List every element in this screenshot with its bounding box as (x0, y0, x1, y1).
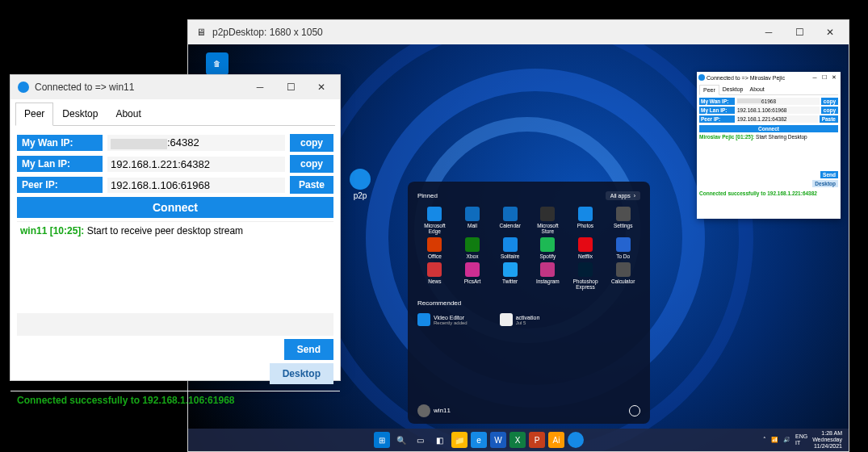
start-menu: Pinned All apps › Microsoft EdgeMailCale… (408, 182, 650, 424)
message-input[interactable] (17, 313, 333, 336)
pinned-app[interactable]: Photoshop Express (568, 262, 603, 290)
desktop-button[interactable]: Desktop (270, 363, 333, 384)
tab-desktop[interactable]: Desktop (53, 103, 107, 125)
log-area: Miroslav Pejic [01:25]: Start Sharing De… (699, 134, 838, 170)
copy-button[interactable]: copy (821, 107, 838, 114)
maximize-button[interactable]: ☐ (820, 74, 829, 81)
minimize-button[interactable]: ─ (245, 76, 275, 98)
clock[interactable]: 1:28 AMWednesday11/24/2021 (812, 430, 842, 449)
wifi-icon[interactable]: 📶 (771, 437, 778, 443)
search-icon[interactable]: 🔍 (393, 432, 409, 448)
tray-chevron-icon[interactable]: ˄ (763, 437, 766, 443)
avatar-icon (417, 404, 430, 417)
recommended-item[interactable]: Video EditorRecently added (417, 313, 468, 326)
pinned-app[interactable]: Settings (606, 207, 640, 234)
explorer-icon[interactable]: 📁 (451, 432, 468, 448)
log-area: win11 [10:25]: Start to receive peer des… (17, 221, 333, 310)
p2p-title: Connected to => win11 (35, 82, 245, 93)
pinned-app[interactable]: Instagram (530, 262, 565, 290)
start-button[interactable]: ⊞ (374, 432, 390, 448)
close-button[interactable]: ✕ (306, 76, 337, 98)
tab-peer[interactable]: Peer (15, 103, 53, 126)
wan-ip-label: My Wan IP: (17, 135, 103, 151)
wan-ip-value[interactable]: :64382 (107, 135, 285, 150)
pinned-app[interactable]: Microsoft Store (530, 207, 565, 234)
remote-p2p-titlebar[interactable]: Connected to => Miroslav Pejic ─ ☐ ✕ (697, 72, 841, 83)
app-icon (698, 74, 705, 81)
copy-button[interactable]: copy (821, 98, 838, 105)
pinned-app[interactable]: Office (417, 237, 452, 259)
word-icon[interactable]: W (490, 432, 506, 448)
paste-button[interactable]: Paste (290, 176, 333, 194)
send-button[interactable]: Send (284, 339, 333, 360)
maximize-button[interactable]: ☐ (275, 76, 306, 98)
excel-icon[interactable]: X (509, 432, 526, 448)
power-icon[interactable] (629, 405, 640, 416)
status-text: Connected successfully to 192.168.1.106:… (10, 391, 340, 409)
pinned-app[interactable]: Mail (455, 207, 490, 234)
powerpoint-icon[interactable]: P (529, 432, 545, 448)
pinned-app[interactable]: To Do (606, 237, 640, 259)
pinned-app[interactable]: Xbox (455, 237, 490, 259)
remote-p2p-window: Connected to => Miroslav Pejic ─ ☐ ✕ Pee… (697, 72, 841, 219)
p2p-titlebar[interactable]: Connected to => win11 ─ ☐ ✕ (10, 75, 340, 99)
taskview-icon[interactable]: ▭ (413, 432, 429, 448)
pinned-app[interactable]: Netflix (568, 237, 603, 259)
connect-button[interactable]: Connect (17, 197, 333, 218)
edge-icon[interactable]: e (471, 432, 487, 448)
tab-desktop[interactable]: Desktop (719, 85, 747, 94)
pinned-app[interactable]: Calculator (606, 262, 640, 290)
p2p-client-window: Connected to => win11 ─ ☐ ✕ Peer Desktop… (10, 74, 341, 381)
start-user[interactable]: win11 (417, 404, 451, 417)
send-button[interactable]: Send (820, 171, 838, 178)
minimize-button[interactable]: ─ (810, 75, 820, 81)
peer-ip-label: Peer IP: (17, 177, 103, 193)
copy-button[interactable]: copy (290, 155, 333, 173)
language-indicator[interactable]: ENG IT (795, 433, 807, 446)
peer-ip-value[interactable]: 192.168.1.221:64382 (736, 115, 818, 123)
pinned-app[interactable]: Photos (568, 207, 603, 234)
p2p-taskbar-icon[interactable] (568, 432, 584, 448)
pinned-app[interactable]: News (417, 262, 452, 290)
paste-button[interactable]: Paste (820, 115, 838, 123)
pinned-app[interactable]: Spotify (530, 237, 565, 259)
close-button[interactable]: ✕ (829, 74, 839, 81)
taskbar: ⊞ 🔍 ▭ ◧ 📁 e W X P Ai ˄ 📶 🔊 ENG IT 1:28 A… (188, 429, 849, 451)
p2p-desktop-icon[interactable]: p2p (350, 169, 371, 200)
minimize-button[interactable]: ─ (753, 21, 784, 44)
pinned-app[interactable]: Calendar (493, 207, 527, 234)
close-button[interactable]: ✕ (815, 21, 845, 44)
recommended-item[interactable]: activationJul 5 (500, 313, 540, 326)
pinned-apps-grid: Microsoft EdgeMailCalendarMicrosoft Stor… (417, 207, 640, 290)
tab-about[interactable]: About (746, 85, 767, 94)
connect-button[interactable]: Connect (699, 125, 838, 132)
all-apps-button[interactable]: All apps › (606, 191, 640, 200)
desktop-button[interactable]: Desktop (812, 180, 838, 187)
tab-peer[interactable]: Peer (699, 85, 719, 95)
monitor-icon: 🖥 (195, 26, 208, 39)
wan-ip-value[interactable]: 61968 (736, 98, 820, 105)
peer-ip-input[interactable]: 192.168.1.106:61968 (107, 178, 285, 193)
pinned-app[interactable]: Solitaire (493, 237, 527, 259)
lan-ip-value[interactable]: 192.168.1.106:61968 (736, 107, 820, 114)
tab-about[interactable]: About (107, 103, 149, 125)
lan-ip-value[interactable]: 192.168.1.221:64382 (107, 157, 285, 172)
pinned-app[interactable]: Microsoft Edge (417, 207, 452, 234)
copy-button[interactable]: copy (290, 134, 333, 152)
lan-ip-label: My Lan IP: (17, 156, 103, 172)
remote-titlebar[interactable]: 🖥 p2pDesktop: 1680 x 1050 ─ ☐ ✕ (188, 20, 849, 44)
volume-icon[interactable]: 🔊 (783, 437, 790, 443)
widgets-icon[interactable]: ◧ (432, 432, 448, 448)
app-icon (17, 81, 30, 94)
maximize-button[interactable]: ☐ (784, 21, 815, 44)
remote-title: p2pDesktop: 1680 x 1050 (212, 27, 753, 38)
pinned-app[interactable]: Twitter (493, 262, 527, 290)
pinned-label: Pinned (417, 192, 438, 199)
illustrator-icon[interactable]: Ai (548, 432, 564, 448)
pinned-app[interactable]: PicsArt (455, 262, 490, 290)
status-text: Connected successfully to 192.168.1.221:… (697, 189, 841, 198)
recommended-label: Recommended (417, 299, 461, 307)
